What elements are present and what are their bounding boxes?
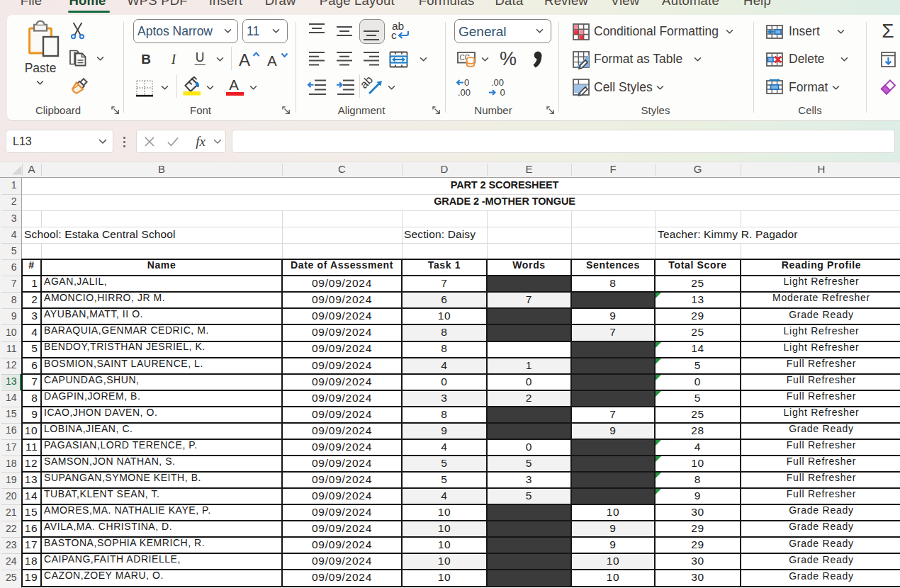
svg-text:A: A [239, 50, 250, 69]
svg-text:c: c [391, 29, 397, 41]
svg-text:.00: .00 [491, 77, 504, 88]
svg-text:0: 0 [500, 87, 505, 98]
svg-text:.00: .00 [458, 87, 471, 98]
svg-text:A: A [267, 52, 277, 69]
svg-text:0: 0 [464, 77, 469, 88]
